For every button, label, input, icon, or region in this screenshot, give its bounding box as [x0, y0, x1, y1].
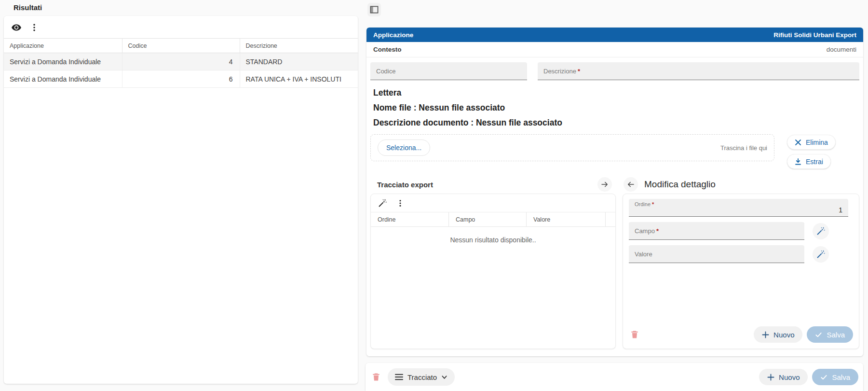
tracciato-export-section: Tracciato export [370, 175, 616, 356]
valore-field-row: Valore [629, 245, 853, 263]
file-dropzone[interactable]: Seleziona... Trascina i file qui [370, 134, 774, 161]
delete-document-button[interactable] [371, 372, 381, 382]
detail-panel: Applicazione Rifiuti Solidi Urbani Expor… [361, 0, 868, 391]
application-header-bar: Applicazione Rifiuti Solidi Urbani Expor… [366, 28, 863, 42]
results-menu-button[interactable] [29, 23, 39, 32]
results-panel-title: Risultati [14, 3, 42, 12]
save-document-button[interactable]: Salva [812, 369, 858, 385]
delete-detail-button[interactable] [630, 330, 639, 339]
valore-field-placeholder: Valore [635, 251, 652, 258]
edit-detail-title: Modifica dettaglio [644, 179, 716, 190]
context-value: documenti [827, 46, 856, 53]
save-detail-button[interactable]: Salva [807, 326, 853, 343]
select-file-button[interactable]: Seleziona... [378, 140, 430, 156]
column-header-applicazione: Applicazione [4, 39, 122, 53]
edit-detail-card: Ordine* 1 Campo* [623, 194, 859, 349]
required-asterisk: * [578, 68, 580, 75]
split-view-icon [370, 6, 379, 14]
split-view-toggle-button[interactable] [367, 3, 381, 16]
descrizione-field-placeholder: Descrizione* [543, 68, 580, 75]
tracciato-table-header: Ordine Campo Valore [371, 212, 615, 227]
results-table-header: Applicazione Codice Descrizione [4, 39, 358, 53]
new-detail-button[interactable]: Nuovo [754, 326, 802, 343]
new-detail-label: Nuovo [773, 331, 794, 339]
edit-detail-section: Modifica dettaglio Ordine* 1 Campo* [623, 175, 859, 356]
arrow-left-icon [626, 180, 635, 189]
check-icon [820, 374, 827, 381]
tracciato-export-card: Ordine Campo Valore Nessun risultato dis… [370, 194, 616, 349]
magic-wand-icon [816, 226, 826, 236]
campo-field-placeholder: Campo* [635, 227, 659, 235]
ordine-field[interactable]: Ordine* 1 [629, 199, 848, 217]
campo-picker-button[interactable] [813, 223, 829, 239]
expand-section-button[interactable] [597, 177, 612, 192]
magic-wand-icon [378, 198, 387, 208]
extract-file-button[interactable]: Estrai [787, 154, 831, 169]
column-header-valore: Valore [527, 212, 606, 226]
file-name-text: Nome file : Nessun file associato [373, 100, 856, 115]
cell-descrizione: RATA UNICA + IVA + INSOLUTI [240, 70, 358, 88]
required-asterisk: * [656, 227, 659, 235]
table-row[interactable]: Servizi a Domanda Individuale 6 RATA UNI… [4, 70, 358, 88]
cell-codice: 6 [122, 70, 240, 88]
descrizione-field[interactable]: Descrizione* [538, 62, 859, 80]
save-detail-label: Salva [827, 331, 845, 339]
upload-actions: Elimina Estrai [787, 134, 859, 169]
results-table: Applicazione Codice Descrizione Servizi … [4, 38, 358, 88]
cell-codice: 4 [122, 53, 240, 70]
magic-wand-icon [816, 250, 826, 259]
required-asterisk: * [652, 201, 654, 207]
valore-field[interactable]: Valore [629, 245, 804, 263]
plus-icon [767, 374, 774, 381]
context-row: Contesto documenti [366, 42, 863, 57]
footer-action-bar: Tracciato Nuovo Salva [366, 363, 863, 391]
ordine-field-value: 1 [839, 206, 842, 214]
trash-icon [371, 372, 381, 382]
context-label: Contesto [373, 46, 402, 53]
new-document-label: Nuovo [779, 373, 800, 381]
tracciato-dropdown-label: Tracciato [407, 373, 437, 381]
cell-applicazione: Servizi a Domanda Individuale [4, 53, 122, 70]
column-header-extra [606, 212, 615, 226]
kebab-menu-icon [29, 23, 39, 32]
delete-file-button[interactable]: Elimina [787, 135, 836, 150]
file-description-text: Descrizione documento : Nessun file asso… [373, 115, 856, 130]
column-header-descrizione: Descrizione [240, 39, 358, 53]
check-icon [815, 331, 822, 338]
tracciato-export-header: Tracciato export [370, 175, 616, 194]
chevron-down-icon [441, 374, 448, 380]
valore-picker-button[interactable] [813, 246, 829, 263]
preview-button[interactable] [11, 22, 22, 33]
results-toolbar [4, 16, 358, 38]
sections-row: Tracciato export [366, 169, 863, 356]
tracciato-dropdown-button[interactable]: Tracciato [388, 368, 455, 386]
results-card: Applicazione Codice Descrizione Servizi … [4, 16, 358, 384]
arrow-right-icon [600, 180, 609, 189]
column-header-campo: Campo [449, 212, 527, 226]
upload-row: Seleziona... Trascina i file qui Elimina… [366, 131, 863, 169]
autofill-button[interactable] [378, 198, 387, 208]
code-description-fields: Codice Descrizione* [366, 57, 863, 81]
extract-file-label: Estrai [806, 158, 823, 166]
new-document-button[interactable]: Nuovo [759, 369, 808, 385]
document-card: Applicazione Rifiuti Solidi Urbani Expor… [366, 28, 863, 356]
cell-descrizione: STANDARD [240, 53, 358, 70]
back-button[interactable] [624, 177, 638, 192]
delete-file-label: Elimina [806, 139, 828, 146]
drag-files-hint: Trascina i file qui [720, 144, 767, 152]
campo-field-row: Campo* [629, 222, 853, 240]
table-row[interactable]: Servizi a Domanda Individuale 4 STANDARD [4, 53, 358, 70]
detail-actions: Nuovo Salva [629, 326, 853, 344]
application-value: Rifiuti Solidi Urbani Export [773, 31, 856, 39]
trash-icon [630, 330, 639, 339]
document-type-text: Lettera [373, 85, 856, 100]
application-label: Applicazione [373, 31, 413, 39]
tracciato-toolbar [371, 194, 615, 212]
tracciato-menu-button[interactable] [396, 199, 405, 208]
download-icon [795, 158, 801, 165]
results-panel: Risultati Applicazione Codice Descrizion… [0, 0, 361, 391]
campo-field[interactable]: Campo* [629, 222, 804, 240]
codice-field[interactable]: Codice [370, 62, 527, 80]
close-icon [795, 139, 801, 146]
column-header-ordine: Ordine [371, 212, 449, 226]
